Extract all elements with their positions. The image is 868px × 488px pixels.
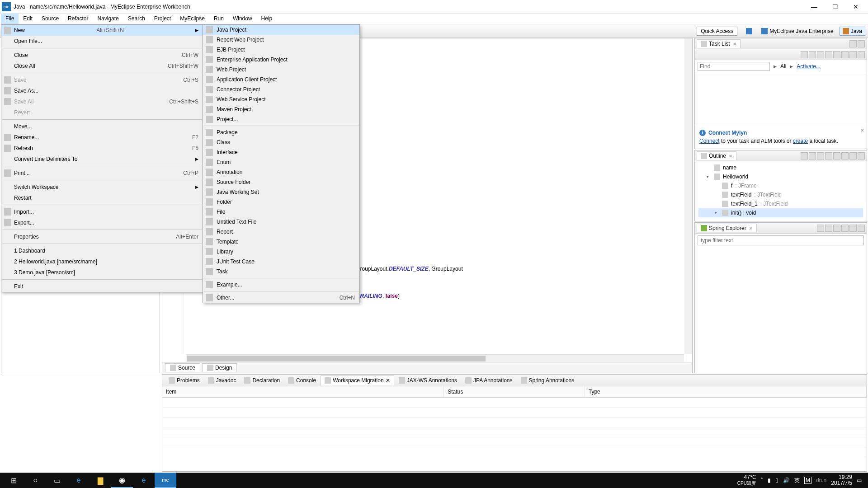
outline-row[interactable]: ▾init() : void	[698, 208, 863, 217]
new-source-folder[interactable]: Source Folder	[203, 177, 359, 187]
col-item[interactable]: Item	[162, 386, 444, 397]
focus-icon[interactable]	[833, 51, 840, 58]
tab-source[interactable]: Source	[165, 363, 200, 372]
horizontal-scrollbar[interactable]	[186, 354, 684, 362]
new-folder[interactable]: Folder	[203, 197, 359, 207]
menu-edit[interactable]: Edit	[19, 14, 37, 24]
outline-tab[interactable]: Outline✕	[697, 151, 736, 160]
perspective-java[interactable]: Java	[840, 27, 865, 36]
new-untitled-text-file[interactable]: Untitled Text File	[203, 217, 359, 227]
dropdown-icon[interactable]	[809, 51, 816, 58]
new-junit-test-case[interactable]: JUnit Test Case	[203, 257, 359, 267]
quick-access[interactable]: Quick Access	[697, 27, 737, 36]
filemenu-close[interactable]: CloseCtrl+W	[1, 50, 203, 61]
maximize-view-icon[interactable]	[857, 377, 864, 384]
notifications-icon[interactable]: ▭	[857, 477, 862, 483]
tray-ime-icon[interactable]: 英	[794, 477, 800, 484]
connect-link[interactable]: Connect	[699, 138, 720, 144]
collapse-icon[interactable]	[841, 51, 849, 58]
minimize-view-icon[interactable]	[849, 40, 857, 47]
bottom-tab-workspace-migration[interactable]: Workspace Migration✕	[321, 375, 394, 385]
new-library[interactable]: Library	[203, 247, 359, 257]
edge-icon[interactable]: e	[68, 473, 90, 488]
hide-local-icon[interactable]	[833, 152, 840, 160]
hide-static-icon[interactable]	[817, 152, 824, 160]
cortana-button[interactable]: ○	[24, 473, 46, 488]
filemenu-1-dashboard[interactable]: 1 Dashboard	[1, 245, 203, 256]
new-web-service-project[interactable]: Web Service Project	[203, 94, 359, 104]
menu-source[interactable]: Source	[37, 14, 63, 24]
new-example-[interactable]: Example...	[203, 280, 359, 290]
bottom-tab-jax-ws-annotations[interactable]: JAX-WS Annotations	[395, 376, 461, 385]
new-connector-project[interactable]: Connector Project	[203, 84, 359, 94]
close-icon[interactable]: ✕	[733, 42, 736, 47]
filter-all[interactable]: All	[780, 63, 786, 70]
filemenu-export-[interactable]: Export...	[1, 217, 203, 228]
collapse-all-icon[interactable]	[817, 225, 824, 232]
new-other-[interactable]: Other...Ctrl+N	[203, 293, 359, 303]
remove-icon[interactable]	[840, 377, 848, 384]
outline-tree[interactable]: name▾Helloworldf : JFrametextField : JTe…	[695, 161, 867, 219]
menu-myeclipse[interactable]: MyEclipse	[175, 14, 209, 24]
outline-row[interactable]: textField_1 : JTextField	[698, 199, 863, 208]
tray-volume-icon[interactable]: 🔊	[783, 477, 790, 483]
filemenu-import-[interactable]: Import...	[1, 206, 203, 217]
menu-file[interactable]: File	[1, 14, 19, 24]
close-icon[interactable]: ✕	[386, 377, 390, 384]
maximize-view-icon[interactable]	[858, 152, 865, 160]
myeclipse-taskbar-icon[interactable]: me	[155, 473, 176, 488]
menu-help[interactable]: Help	[257, 14, 277, 24]
maximize-view-icon[interactable]	[858, 40, 865, 47]
col-status[interactable]: Status	[444, 386, 585, 397]
new-enterprise-application-project[interactable]: Enterprise Application Project	[203, 55, 359, 65]
outline-row[interactable]: ▾Helloworld	[698, 172, 863, 181]
start-button[interactable]: ⊞	[3, 473, 24, 488]
tray-keyboard-icon[interactable]: M	[804, 477, 811, 484]
vertical-scrollbar[interactable]	[684, 38, 692, 354]
menu-search[interactable]: Search	[123, 14, 150, 24]
filemenu-refresh[interactable]: RefreshF5	[1, 143, 203, 154]
create-link[interactable]: create	[793, 138, 808, 144]
new-web-project[interactable]: Web Project	[203, 65, 359, 75]
menu-navigate[interactable]: Navigate	[93, 14, 123, 24]
ie-icon[interactable]: e	[133, 473, 155, 488]
categorize-icon[interactable]	[817, 51, 824, 58]
tray-battery-icon[interactable]: ▮	[768, 477, 771, 483]
clock[interactable]: 19:29 2017/7/5	[831, 474, 852, 486]
filemenu-3-demo-java-person-src-[interactable]: 3 Demo.java [Person/src]	[1, 267, 203, 278]
filemenu-move-[interactable]: Move...	[1, 121, 203, 132]
stop-icon[interactable]	[832, 377, 840, 384]
new-package[interactable]: Package	[203, 127, 359, 137]
new-task-icon[interactable]	[801, 51, 808, 58]
synchronize-icon[interactable]	[849, 51, 857, 58]
filemenu-close-all[interactable]: Close AllCtrl+Shift+W	[1, 61, 203, 71]
new-enum[interactable]: Enum	[203, 157, 359, 167]
filemenu-print-[interactable]: Print...Ctrl+P	[1, 168, 203, 178]
filemenu-save-all[interactable]: Save AllCtrl+Shift+S	[1, 96, 203, 107]
filemenu-new[interactable]: NewAlt+Shift+N▶	[1, 25, 203, 36]
open-perspective-button[interactable]	[743, 27, 755, 36]
close-button[interactable]: ✕	[845, 0, 866, 14]
minimize-view-icon[interactable]	[849, 152, 857, 160]
filemenu-revert[interactable]: Revert	[1, 107, 203, 118]
new-ejb-project[interactable]: EJB Project	[203, 45, 359, 55]
maximize-button[interactable]: ☐	[825, 0, 845, 14]
menu-refactor[interactable]: Refactor	[63, 14, 93, 24]
filemenu-properties[interactable]: PropertiesAlt+Enter	[1, 231, 203, 242]
tab-design[interactable]: Design	[202, 363, 237, 372]
filemenu-switch-workspace[interactable]: Switch Workspace▶	[1, 182, 203, 192]
sort-icon[interactable]	[801, 152, 808, 160]
schedule-icon[interactable]	[825, 51, 832, 58]
new-file[interactable]: File	[203, 207, 359, 217]
filemenu-exit[interactable]: Exit	[1, 281, 203, 292]
filemenu-convert-line-delimiters-to[interactable]: Convert Line Delimiters To▶	[1, 154, 203, 164]
new-java-project[interactable]: Java Project	[203, 25, 359, 35]
app-swirl-icon[interactable]: ◉	[111, 473, 133, 488]
new-annotation[interactable]: Annotation	[203, 167, 359, 177]
bottom-tab-javadoc[interactable]: Javadoc	[204, 376, 240, 385]
filemenu-save-as-[interactable]: Save As...	[1, 85, 203, 96]
minimize-view-icon[interactable]	[849, 225, 857, 232]
link-icon[interactable]	[825, 225, 832, 232]
outline-row[interactable]: textField : JTextField	[698, 190, 863, 199]
refresh-icon[interactable]	[824, 377, 831, 384]
